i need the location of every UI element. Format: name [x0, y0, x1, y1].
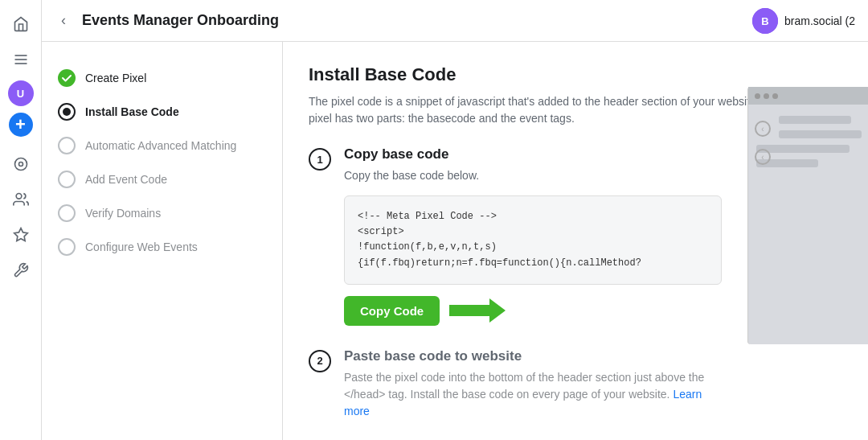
preview-dot-2 [764, 93, 769, 99]
sidebar-navigation: U + [0, 0, 42, 440]
home-icon[interactable] [6, 10, 35, 39]
svg-point-5 [16, 194, 22, 199]
audience-icon[interactable] [6, 185, 35, 214]
preview-nav-bottom: ‹ [755, 149, 771, 165]
main-area: ‹ Events Manager Onboarding B bram.socia… [42, 0, 868, 440]
step-1-number: 1 [309, 148, 331, 171]
add-button[interactable]: + [9, 113, 33, 137]
paste-code-desc-text: Paste the pixel code into the bottom of … [344, 371, 704, 401]
step-2-label: Install Base Code [85, 105, 179, 118]
tools-icon[interactable] [6, 256, 35, 285]
back-button[interactable]: ‹ [55, 9, 72, 32]
svg-point-3 [14, 158, 27, 171]
paste-code-desc: Paste the pixel code into the bottom of … [344, 369, 730, 420]
paste-code-title: Paste base code to website [344, 348, 842, 364]
svg-marker-9 [449, 298, 506, 323]
account-avatar: B [752, 8, 778, 34]
svg-point-4 [18, 162, 23, 167]
arrow-icon [449, 298, 506, 323]
preview-body: ‹ ‹ [748, 105, 868, 185]
step-5-icon [58, 204, 76, 222]
step-advanced-matching[interactable]: Automatic Advanced Matching [58, 129, 266, 162]
content-row: Create Pixel Install Base Code Automatic… [42, 42, 868, 440]
panel-title: Install Base Code [309, 64, 842, 85]
menu-icon[interactable] [6, 45, 35, 74]
preview-nav-top: ‹ [755, 121, 771, 137]
campaigns-icon[interactable] [6, 220, 35, 249]
step-install-base-code[interactable]: Install Base Code [58, 95, 266, 129]
preview-dot-1 [755, 93, 760, 99]
header-right: B bram.social (2 [752, 8, 855, 34]
step-3-icon [58, 137, 76, 154]
step-4-icon [58, 171, 76, 188]
copy-code-button-label: Copy Code [360, 304, 424, 318]
panel-description: The pixel code is a snippet of javascrip… [309, 93, 791, 127]
svg-marker-6 [14, 228, 27, 241]
page-title: Events Manager Onboarding [82, 12, 279, 29]
step-2-content: Paste base code to website Paste the pix… [344, 348, 842, 420]
preview-line-1 [779, 116, 851, 124]
step-verify-domains[interactable]: Verify Domains [58, 196, 266, 230]
step-create-pixel[interactable]: Create Pixel [58, 61, 266, 95]
preview-dot-3 [772, 93, 778, 99]
step-2-number: 2 [309, 350, 331, 372]
step-configure-web-events[interactable]: Configure Web Events [58, 230, 266, 264]
preview-panel: ‹ ‹ [747, 87, 868, 344]
svg-text:B: B [761, 15, 768, 27]
preview-header [748, 87, 868, 105]
step-3-label: Automatic Advanced Matching [85, 139, 236, 152]
step-6-label: Configure Web Events [85, 241, 198, 253]
step-4-label: Add Event Code [85, 173, 167, 186]
paste-code-section: 2 Paste base code to website Paste the p… [309, 348, 842, 420]
account-name: bram.social (2 [784, 14, 855, 27]
step-1-label: Create Pixel [85, 72, 146, 84]
steps-sidebar: Create Pixel Install Base Code Automatic… [42, 42, 283, 440]
top-header: ‹ Events Manager Onboarding B bram.socia… [42, 0, 868, 42]
step-2-icon [58, 103, 76, 121]
step-5-label: Verify Domains [85, 207, 161, 220]
copy-code-button[interactable]: Copy Code [344, 296, 440, 326]
step-1-icon [58, 69, 76, 87]
code-block: <!-- Meta Pixel Code --> <script> !funct… [344, 195, 722, 285]
content-panel: Install Base Code The pixel code is a sn… [283, 42, 868, 440]
step-add-event-code[interactable]: Add Event Code [58, 162, 266, 196]
insights-icon[interactable] [6, 150, 35, 179]
preview-line-3 [756, 145, 850, 153]
step-6-icon [58, 238, 76, 256]
user-avatar[interactable]: U [8, 80, 34, 106]
preview-line-2 [779, 130, 862, 138]
